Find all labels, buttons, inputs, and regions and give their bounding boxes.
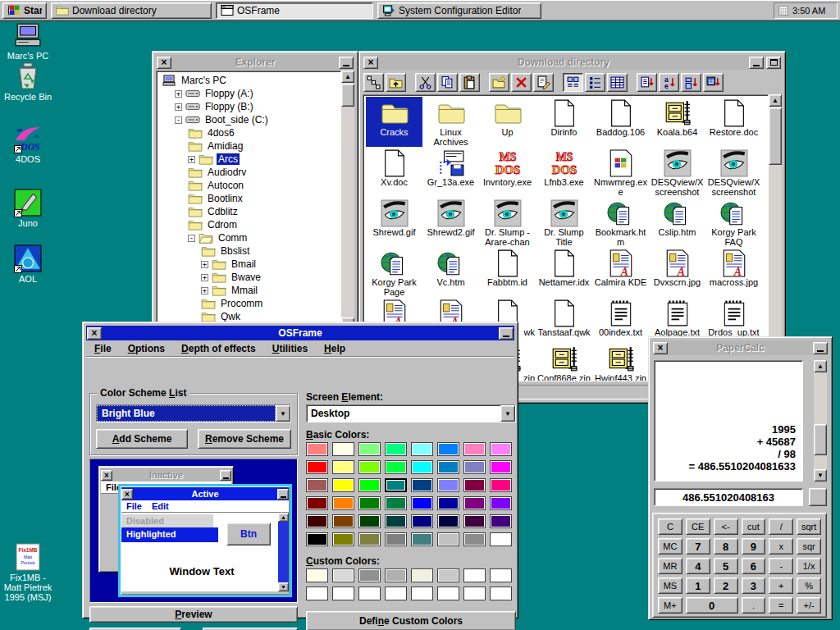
file-fabbtm-id[interactable]: Fabbtm.id [479, 247, 536, 297]
custom-color-swatch[interactable] [437, 587, 459, 600]
basic-color-swatch[interactable] [385, 442, 407, 456]
menu-utilities[interactable]: Utilities [264, 341, 316, 356]
file-calmira-kde[interactable]: ACalmira KDE [592, 247, 649, 297]
minimize-icon[interactable] [339, 57, 354, 69]
largeicons-icon[interactable] [563, 73, 583, 92]
basic-color-swatch[interactable] [332, 460, 354, 474]
calc-button-_[interactable]: - [769, 558, 793, 574]
calc-button-MC[interactable]: MC [658, 538, 682, 555]
desktop-icon-4dos[interactable]: JPv64DOS4DOS [2, 125, 54, 164]
calc-button-CE[interactable]: CE [686, 518, 710, 535]
listview-icon[interactable] [585, 73, 605, 92]
basic-color-swatch[interactable] [463, 460, 486, 474]
basic-color-swatch[interactable] [490, 460, 512, 474]
custom-color-swatch[interactable] [332, 568, 354, 582]
tree-item-cdblitz[interactable]: Cdblitz [158, 205, 340, 218]
minimize-icon[interactable] [749, 57, 764, 69]
scroll-down-icon[interactable]: ▼ [814, 469, 827, 482]
basic-color-swatch[interactable] [306, 460, 328, 474]
close-icon[interactable]: × [157, 57, 171, 69]
file-dr-slump-arare-chan[interactable]: Dr. Slump - Arare-chan [479, 197, 536, 247]
calc-button-MS[interactable]: MS [658, 578, 682, 594]
basic-color-swatch[interactable] [490, 496, 512, 510]
basic-color-swatch[interactable] [306, 442, 328, 456]
calc-button-2[interactable]: 2 [714, 578, 738, 594]
desktop-icon-marc-s-pc[interactable]: Marc's PC [2, 21, 54, 61]
expand-icon[interactable]: + [201, 261, 208, 268]
connect-icon[interactable] [363, 73, 384, 92]
display-side-button[interactable] [809, 488, 827, 506]
basic-color-swatch[interactable] [306, 514, 328, 528]
tree-item-audiodrv[interactable]: Audiodrv [158, 166, 340, 179]
file-koala-b64[interactable]: Koala.b64 [649, 97, 705, 147]
custom-color-swatch[interactable] [306, 587, 328, 600]
custom-color-swatch[interactable] [358, 587, 381, 600]
calc-button-1_x[interactable]: 1/x [797, 558, 821, 574]
menu-file[interactable]: File [86, 341, 120, 356]
basic-color-swatch[interactable] [463, 442, 486, 456]
newfolder-icon[interactable] [489, 73, 509, 92]
add-scheme-button[interactable]: Add Scheme [96, 429, 188, 449]
file-shrewd-gif[interactable]: Shrewd.gif [366, 197, 422, 247]
file-dr-slump-title[interactable]: Dr. Slump Title [536, 197, 592, 247]
calc-button-cut[interactable]: cut [742, 518, 766, 535]
file-gr-13a-exe[interactable]: Gr_13a.exe [422, 147, 479, 197]
close-icon[interactable]: × [653, 342, 668, 354]
basic-color-swatch[interactable] [437, 460, 459, 474]
custom-color-swatch[interactable] [385, 587, 407, 600]
minimize-icon[interactable] [499, 327, 514, 340]
tree-item-cdrom[interactable]: Cdrom [158, 218, 340, 231]
calc-button-_[interactable]: . [742, 597, 766, 614]
basic-color-swatch[interactable] [385, 496, 407, 510]
custom-color-swatch[interactable] [411, 568, 433, 582]
calc-button-sqrt[interactable]: sqrt [797, 518, 821, 535]
basic-color-swatch[interactable] [490, 478, 512, 492]
menu-depth-of-effects[interactable]: Depth of effects [173, 341, 264, 356]
custom-color-swatch[interactable] [306, 568, 328, 582]
basic-color-swatch[interactable] [411, 532, 433, 546]
calc-button-MR[interactable]: MR [658, 558, 682, 574]
expand-icon[interactable]: + [175, 90, 182, 98]
calc-button-_[interactable]: +/- [797, 597, 821, 614]
file-conf868e-zip[interactable]: Conf868e.zip [536, 343, 592, 381]
calc-button-4[interactable]: 4 [686, 558, 710, 574]
tree-item-bbslist[interactable]: Bbslist [158, 244, 340, 258]
sortdate-icon[interactable]: 12 [703, 73, 724, 92]
calc-button-9[interactable]: 9 [742, 538, 766, 555]
start-button[interactable]: Start [2, 2, 47, 19]
basic-color-swatch[interactable] [358, 460, 381, 474]
calc-button-_[interactable]: = [769, 597, 793, 614]
file-korgy-park-faq[interactable]: Korgy Park FAQ [705, 197, 762, 247]
file-bookmark-htm[interactable]: Bookmark.htm [592, 197, 649, 247]
sortsize-icon[interactable] [681, 73, 701, 92]
basic-color-swatch[interactable] [385, 460, 407, 474]
basic-color-swatch[interactable] [411, 478, 433, 492]
basic-color-swatch[interactable] [358, 514, 381, 528]
tape-scrollbar[interactable]: ▲ ▼ [814, 360, 827, 482]
file-00index-txt[interactable]: 00index.txt [592, 297, 649, 343]
basic-color-swatch[interactable] [385, 478, 407, 492]
basic-color-swatch[interactable] [332, 478, 354, 492]
desktop-icon-juno[interactable]: Juno [2, 189, 54, 228]
custom-color-swatch[interactable] [411, 587, 433, 600]
explorer-titlebar[interactable]: × Explorer [156, 55, 354, 70]
expand-icon[interactable]: + [175, 103, 182, 111]
explorer-scrollbar[interactable]: ▲ ▼ [341, 71, 354, 330]
maximize-icon[interactable] [766, 57, 781, 69]
calc-button-_[interactable]: + [769, 578, 793, 594]
basic-color-swatch[interactable] [385, 514, 407, 528]
tray-clock-icon[interactable] [778, 5, 789, 16]
basic-color-swatch[interactable] [437, 442, 459, 456]
close-icon[interactable]: × [87, 327, 102, 340]
calc-button-_[interactable]: / [769, 518, 793, 535]
desktop-icon-recycle-bin[interactable]: Recycle Bin [2, 62, 54, 102]
calc-button-C[interactable]: C [658, 518, 682, 535]
file-macross-jpg[interactable]: Amacross.jpg [705, 247, 762, 297]
calc-button-0[interactable]: 0 [686, 597, 738, 614]
details-icon[interactable] [607, 73, 628, 92]
calc-button-M_[interactable]: M+ [658, 597, 682, 614]
basic-color-swatch[interactable] [385, 532, 407, 546]
basic-color-swatch[interactable] [490, 442, 512, 456]
file-cracks[interactable]: Cracks [366, 97, 422, 147]
tree-item-mmail[interactable]: +Mmail [158, 284, 340, 297]
